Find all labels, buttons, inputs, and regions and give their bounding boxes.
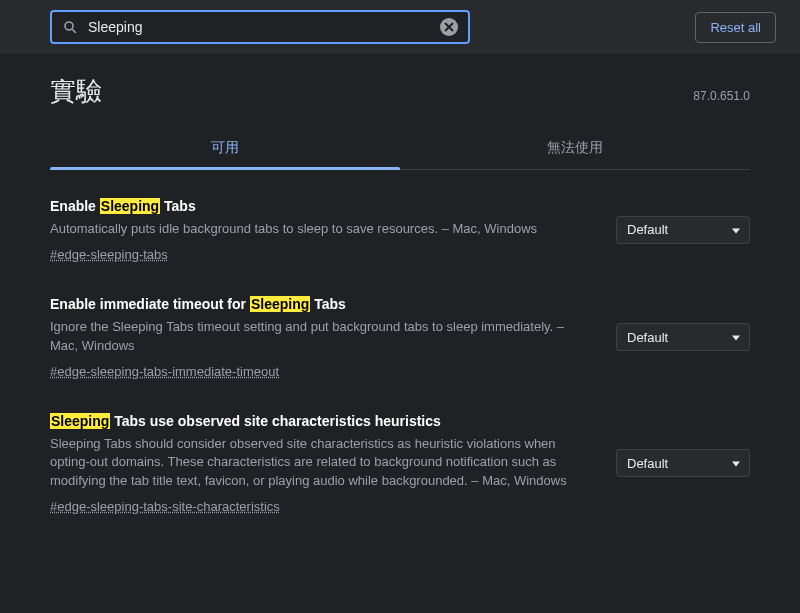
search-input[interactable] [88, 19, 430, 35]
search-box[interactable] [50, 10, 470, 44]
content: 實驗 87.0.651.0 可用 無法使用 Enable Sleeping Ta… [0, 54, 800, 514]
flag-hash-link[interactable]: #edge-sleeping-tabs [50, 247, 168, 262]
flag-select[interactable]: Default [616, 323, 750, 351]
flag-row: Enable Sleeping Tabs Automatically puts … [50, 198, 750, 262]
search-icon [62, 19, 78, 35]
tabs: 可用 無法使用 [50, 127, 750, 170]
flag-row: Enable immediate timeout for Sleeping Ta… [50, 296, 750, 379]
svg-point-0 [65, 22, 73, 30]
flag-select[interactable]: Default [616, 216, 750, 244]
version-label: 87.0.651.0 [693, 89, 750, 103]
flag-title: Enable immediate timeout for Sleeping Ta… [50, 296, 592, 312]
search-highlight: Sleeping [50, 413, 110, 429]
flag-row: Sleeping Tabs use observed site characte… [50, 413, 750, 515]
page-title: 實驗 [50, 74, 102, 109]
flag-title: Enable Sleeping Tabs [50, 198, 592, 214]
header-row: 實驗 87.0.651.0 [50, 74, 750, 109]
topbar: Reset all [0, 0, 800, 54]
svg-line-1 [72, 29, 76, 33]
search-highlight: Sleeping [250, 296, 310, 312]
flag-list: Enable Sleeping Tabs Automatically puts … [50, 198, 750, 514]
flag-title: Sleeping Tabs use observed site characte… [50, 413, 592, 429]
flag-hash-link[interactable]: #edge-sleeping-tabs-site-characteristics [50, 499, 280, 514]
flag-description: Automatically puts idle background tabs … [50, 220, 592, 239]
flag-select[interactable]: Default [616, 449, 750, 477]
flag-description: Ignore the Sleeping Tabs timeout setting… [50, 318, 592, 356]
flag-hash-link[interactable]: #edge-sleeping-tabs-immediate-timeout [50, 364, 279, 379]
reset-all-button[interactable]: Reset all [695, 12, 776, 43]
tab-unavailable[interactable]: 無法使用 [400, 127, 750, 169]
clear-search-button[interactable] [440, 18, 458, 36]
flag-description: Sleeping Tabs should consider observed s… [50, 435, 592, 492]
search-highlight: Sleeping [100, 198, 160, 214]
tab-available[interactable]: 可用 [50, 127, 400, 169]
